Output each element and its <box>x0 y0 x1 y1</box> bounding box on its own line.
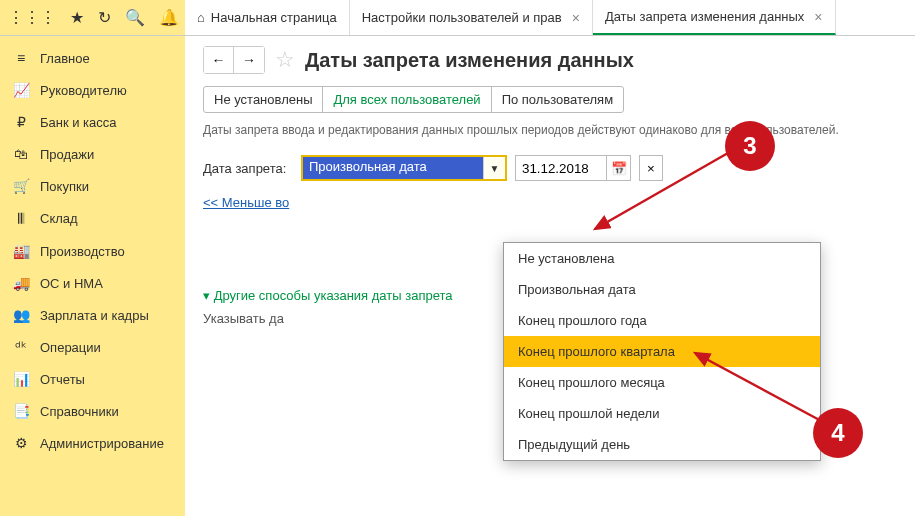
lock-type-combo[interactable]: Произвольная дата ▼ <box>301 155 507 181</box>
sidebar-item[interactable]: 📊Отчеты <box>0 363 185 395</box>
sidebar-label: ОС и НМА <box>40 276 103 291</box>
sidebar-label: Покупки <box>40 179 89 194</box>
dropdown-option[interactable]: Конец прошлого года <box>504 305 820 336</box>
sidebar-icon: 🏭 <box>12 243 30 259</box>
close-icon[interactable]: × <box>572 10 580 26</box>
star-icon[interactable]: ★ <box>70 8 84 27</box>
tab[interactable]: Даты запрета изменения данных× <box>593 0 836 35</box>
combo-dropdown: Не установленаПроизвольная датаКонец про… <box>503 242 821 461</box>
sidebar-icon: 📊 <box>12 371 30 387</box>
sidebar-icon: ₽ <box>12 114 30 130</box>
home-icon: ⌂ <box>197 10 205 25</box>
date-input-group: 📅 <box>515 155 631 181</box>
sidebar-icon: ≡ <box>12 50 30 66</box>
sidebar-icon: 🛍 <box>12 146 30 162</box>
dropdown-option[interactable]: Предыдущий день <box>504 429 820 460</box>
sidebar-label: Зарплата и кадры <box>40 308 149 323</box>
sidebar-label: Администрирование <box>40 436 164 451</box>
tab[interactable]: Настройки пользователей и прав× <box>350 0 593 35</box>
forward-button[interactable]: → <box>234 47 264 73</box>
content-area: ← → ☆ Даты запрета изменения данных Не у… <box>185 36 915 516</box>
combo-value: Произвольная дата <box>303 157 483 179</box>
sidebar-icon: ᵈᵏ <box>12 339 30 355</box>
tab-label: Начальная страница <box>211 10 337 25</box>
lock-date-label: Дата запрета: <box>203 161 293 176</box>
close-icon[interactable]: × <box>814 9 822 25</box>
description-text: Даты запрета ввода и редактирования данн… <box>203 123 897 137</box>
sidebar-item[interactable]: ≡Главное <box>0 42 185 74</box>
sidebar-label: Банк и касса <box>40 115 117 130</box>
sidebar-item[interactable]: 📑Справочники <box>0 395 185 427</box>
sidebar-label: Склад <box>40 211 78 226</box>
annotation-badge-4: 4 <box>813 408 863 458</box>
dropdown-option[interactable]: Произвольная дата <box>504 274 820 305</box>
dropdown-option[interactable]: Конец прошлой недели <box>504 398 820 429</box>
dropdown-option[interactable]: Конец прошлого квартала <box>504 336 820 367</box>
page-title: Даты запрета изменения данных <box>305 49 634 72</box>
tab-label: Даты запрета изменения данных <box>605 9 804 24</box>
sidebar-item[interactable]: 🛒Покупки <box>0 170 185 202</box>
calendar-icon[interactable]: 📅 <box>606 156 630 180</box>
sidebar-item[interactable]: ₽Банк и касса <box>0 106 185 138</box>
system-toolbar: ⋮⋮⋮ ★ ↻ 🔍 🔔 <box>0 0 185 35</box>
annotation-badge-3: 3 <box>725 121 775 171</box>
sidebar-icon: 🚚 <box>12 275 30 291</box>
sidebar-item[interactable]: 🛍Продажи <box>0 138 185 170</box>
dropdown-option[interactable]: Конец прошлого месяца <box>504 367 820 398</box>
less-options-link[interactable]: << Меньше во <box>203 195 289 210</box>
sidebar-icon: 🛒 <box>12 178 30 194</box>
bell-icon[interactable]: 🔔 <box>159 8 179 27</box>
favorite-icon[interactable]: ☆ <box>275 47 295 73</box>
back-button[interactable]: ← <box>204 47 234 73</box>
sidebar-label: Руководителю <box>40 83 127 98</box>
sidebar-item[interactable]: ᵈᵏОперации <box>0 331 185 363</box>
sidebar: ≡Главное📈Руководителю₽Банк и касса🛍Прода… <box>0 36 185 516</box>
history-icon[interactable]: ↻ <box>98 8 111 27</box>
clear-button[interactable]: × <box>639 155 663 181</box>
sidebar-item[interactable]: 🏭Производство <box>0 235 185 267</box>
sidebar-item[interactable]: 👥Зарплата и кадры <box>0 299 185 331</box>
sidebar-item[interactable]: ⚙Администрирование <box>0 427 185 459</box>
sidebar-icon: 👥 <box>12 307 30 323</box>
sidebar-label: Производство <box>40 244 125 259</box>
mode-selector: Не установленыДля всех пользователейПо п… <box>203 86 624 113</box>
nav-buttons: ← → <box>203 46 265 74</box>
sidebar-label: Справочники <box>40 404 119 419</box>
date-input[interactable] <box>516 156 606 180</box>
tab-label: Настройки пользователей и прав <box>362 10 562 25</box>
apps-icon[interactable]: ⋮⋮⋮ <box>8 8 56 27</box>
search-icon[interactable]: 🔍 <box>125 8 145 27</box>
mode-option[interactable]: Для всех пользователей <box>323 87 491 112</box>
sidebar-icon: 𝄃𝄃 <box>12 210 30 227</box>
sidebar-item[interactable]: 🚚ОС и НМА <box>0 267 185 299</box>
sidebar-item[interactable]: 📈Руководителю <box>0 74 185 106</box>
sidebar-item[interactable]: 𝄃𝄃Склад <box>0 202 185 235</box>
tab[interactable]: ⌂Начальная страница <box>185 0 350 35</box>
sidebar-label: Главное <box>40 51 90 66</box>
sidebar-label: Отчеты <box>40 372 85 387</box>
dropdown-option[interactable]: Не установлена <box>504 243 820 274</box>
sidebar-label: Продажи <box>40 147 94 162</box>
chevron-down-icon[interactable]: ▼ <box>483 157 505 179</box>
mode-option[interactable]: По пользователям <box>492 87 623 112</box>
sidebar-icon: 📈 <box>12 82 30 98</box>
mode-option[interactable]: Не установлены <box>204 87 323 112</box>
sidebar-icon: 📑 <box>12 403 30 419</box>
sidebar-label: Операции <box>40 340 101 355</box>
tab-bar: ⌂Начальная страницаНастройки пользовател… <box>185 0 915 35</box>
sidebar-icon: ⚙ <box>12 435 30 451</box>
